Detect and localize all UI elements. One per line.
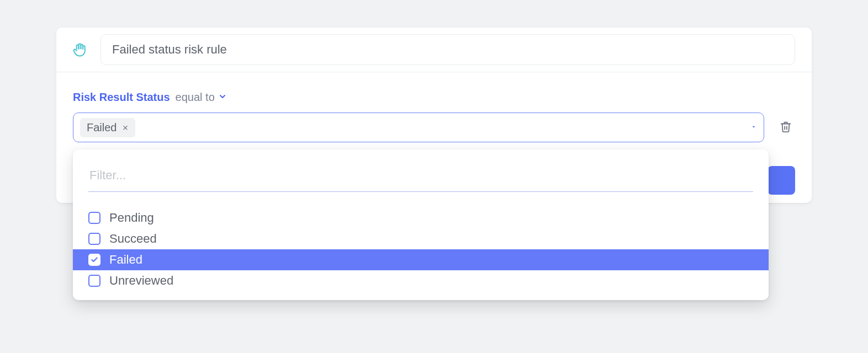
option-label: Unreviewed [109, 274, 173, 288]
operator-label: equal to [176, 91, 215, 104]
rule-title-input[interactable] [100, 34, 795, 65]
option-label: Failed [109, 253, 142, 267]
rule-card: Risk Result Status equal to Failed [56, 28, 812, 203]
option-label: Succeed [109, 232, 157, 246]
card-header [56, 28, 812, 72]
dropdown-filter-input[interactable] [88, 163, 753, 192]
field-name-label: Risk Result Status [73, 91, 170, 104]
status-multiselect[interactable]: Failed [73, 113, 764, 142]
close-icon [122, 124, 129, 131]
chevron-down-icon [218, 91, 227, 104]
hand-icon [71, 40, 89, 59]
selected-chip-failed: Failed [80, 118, 135, 137]
chip-remove-button[interactable] [122, 122, 129, 132]
checkbox-icon [88, 212, 100, 224]
checkbox-icon [88, 233, 100, 245]
condition-label-row: Risk Result Status equal to [73, 91, 795, 104]
value-select-row: Failed [73, 113, 795, 142]
delete-condition-button[interactable] [776, 117, 795, 138]
option-unreviewed[interactable]: Unreviewed [73, 270, 769, 291]
dropdown-options-list: Pending Succeed Failed [73, 207, 769, 291]
option-pending[interactable]: Pending [73, 207, 769, 228]
submit-button-peek[interactable] [768, 166, 795, 195]
card-body: Risk Result Status equal to Failed [56, 72, 812, 203]
option-failed[interactable]: Failed [73, 249, 769, 270]
status-dropdown-panel: Pending Succeed Failed [73, 149, 769, 300]
option-succeed[interactable]: Succeed [73, 228, 769, 249]
dropdown-caret-icon [750, 122, 757, 132]
trash-icon [780, 121, 792, 133]
option-label: Pending [109, 211, 154, 225]
operator-select[interactable]: equal to [176, 91, 227, 104]
checkbox-icon [88, 254, 100, 266]
checkbox-icon [88, 275, 100, 287]
chip-label: Failed [87, 121, 117, 134]
